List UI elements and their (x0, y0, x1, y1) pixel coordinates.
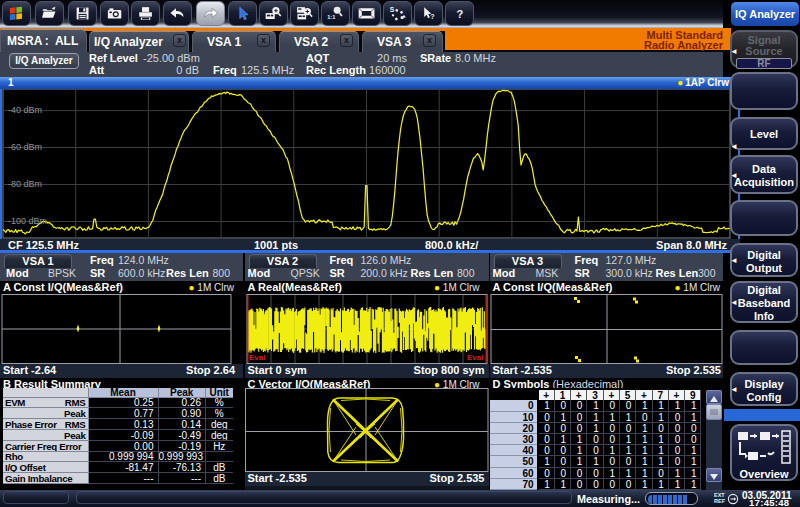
svg-text:?: ? (430, 13, 434, 21)
svg-text:?: ? (456, 8, 463, 20)
svg-text:Eval: Eval (467, 353, 483, 362)
svg-text:1:1: 1:1 (327, 14, 335, 20)
svg-text:Eval: Eval (249, 353, 265, 362)
svg-text:S: S (390, 6, 395, 13)
